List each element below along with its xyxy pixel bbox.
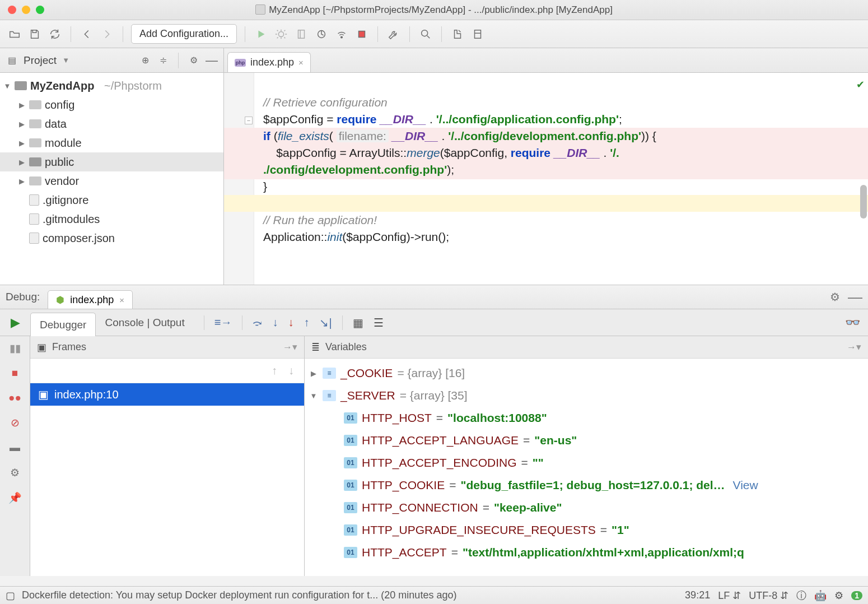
listen-debug-icon[interactable] <box>334 26 349 42</box>
layout-icon[interactable]: ▬ <box>10 442 20 454</box>
frame-row[interactable]: ▣ index.php:10 <box>30 383 304 406</box>
force-step-into-icon[interactable]: ↓ <box>288 316 293 329</box>
editor-tab-index-php[interactable]: php index.php × <box>227 52 311 72</box>
hide-icon[interactable]: — <box>848 289 862 306</box>
debug-toolbar: ▶ Debugger Console | Output ≡→ ⤼ ↓ ↓ ↑ ↘… <box>0 309 868 336</box>
folder-icon <box>29 157 41 166</box>
tree-item-gitmodules[interactable]: .gitmodules <box>0 210 223 229</box>
evaluate-icon[interactable]: ▦ <box>353 316 363 329</box>
pin-icon[interactable]: 📌 <box>8 491 22 504</box>
resume-icon[interactable]: ▶ <box>11 315 20 330</box>
project-view-icon[interactable]: ▤ <box>6 54 18 67</box>
caret-position[interactable]: 39:21 <box>685 589 710 601</box>
dropdown-icon[interactable]: →▾ <box>283 341 297 353</box>
project-tool-header: ▤ Project▼ ⊕ ≑ ⚙ — <box>0 48 224 72</box>
var-cookie[interactable]: ▶≡_COOKIE = {array} [16] <box>305 362 868 384</box>
step-out-icon[interactable]: ↑ <box>304 316 309 329</box>
var-item[interactable]: 01HTTP_ACCEPT_LANGUAGE = "en-us" <box>305 429 868 452</box>
tree-root[interactable]: ▼ MyZendApp ~/Phpstorm <box>0 76 223 95</box>
var-item[interactable]: 01HTTP_HOST = "localhost:10088" <box>305 407 868 429</box>
vcs-update-icon[interactable] <box>450 26 465 42</box>
fold-icon[interactable]: − <box>245 117 253 124</box>
tool-windows-icon[interactable]: ▢ <box>6 589 15 602</box>
view-link[interactable]: View <box>733 478 758 492</box>
debug-session-tab[interactable]: ⬢ index.php × <box>48 290 133 309</box>
window-close-button[interactable] <box>8 6 16 14</box>
debug-left-rail: ▮▮ ■ ●● ⊘ ▬ ⚙ 📌 <box>0 336 30 576</box>
frames-icon: ▣ <box>37 341 46 354</box>
wrench-icon[interactable] <box>386 26 402 42</box>
code-content: // Retrieve configuration $appConfig = r… <box>263 77 862 262</box>
view-breakpoints-icon[interactable]: ●● <box>8 392 21 404</box>
variables-list[interactable]: ▶≡_COOKIE = {array} [16] ▼≡_SERVER = {ar… <box>305 359 868 576</box>
bug-icon: ⬢ <box>56 294 64 306</box>
dropdown-icon[interactable]: →▾ <box>847 341 861 353</box>
vcs-commit-icon[interactable] <box>470 26 486 42</box>
var-item[interactable]: 01HTTP_ACCEPT = "text/html,application/x… <box>305 541 868 564</box>
glasses-icon[interactable]: 👓 <box>845 315 860 330</box>
save-icon[interactable] <box>27 26 43 42</box>
tree-item-public[interactable]: ▶public <box>0 152 223 171</box>
stop-icon[interactable] <box>354 26 370 42</box>
notifications-badge[interactable]: 1 <box>851 591 862 600</box>
collapse-all-icon[interactable]: ≑ <box>157 54 169 67</box>
tree-item-data[interactable]: ▶data <box>0 114 223 133</box>
settings-icon[interactable]: ⚙ <box>10 466 20 479</box>
debug-label: Debug: <box>6 291 40 303</box>
frame-next-icon[interactable]: ↓ <box>288 364 294 377</box>
window-zoom-button[interactable] <box>36 6 44 14</box>
back-icon[interactable] <box>79 26 95 42</box>
var-item[interactable]: 01HTTP_CONNECTION = "keep-alive" <box>305 496 868 519</box>
svg-point-4 <box>422 30 428 36</box>
file-icon <box>29 194 39 206</box>
close-tab-icon[interactable]: × <box>298 58 304 67</box>
code-editor[interactable]: − − ✔ // Retrieve configuration $appConf… <box>224 73 868 285</box>
scroll-from-source-icon[interactable]: ⊕ <box>139 54 151 67</box>
inspect-icon[interactable]: ⓘ <box>796 589 806 602</box>
mute-breakpoints-icon[interactable]: ⊘ <box>11 416 20 429</box>
frame-icon: ▣ <box>38 388 49 401</box>
profile-icon[interactable] <box>314 26 329 42</box>
frame-prev-icon[interactable]: ↑ <box>272 364 277 377</box>
debug-icon[interactable] <box>273 26 289 42</box>
run-to-cursor-icon[interactable]: ↘| <box>319 316 332 329</box>
open-icon[interactable] <box>7 26 22 42</box>
tab-console[interactable]: Console | Output <box>96 309 193 336</box>
line-ending[interactable]: LF ⇵ <box>718 589 741 602</box>
coverage-icon[interactable] <box>293 26 309 42</box>
pause-icon[interactable]: ▮▮ <box>10 342 21 355</box>
hide-icon[interactable]: — <box>206 54 218 67</box>
run-config-button[interactable]: Add Configuration... <box>131 24 237 44</box>
var-item[interactable]: 01HTTP_UPGRADE_INSECURE_REQUESTS = "1" <box>305 519 868 541</box>
tree-item-composer-json[interactable]: composer.json <box>0 229 223 248</box>
tree-item-vendor[interactable]: ▶vendor <box>0 171 223 191</box>
encoding[interactable]: UTF-8 ⇵ <box>749 589 788 602</box>
tab-debugger[interactable]: Debugger <box>30 313 96 336</box>
project-tree[interactable]: ▼ MyZendApp ~/Phpstorm ▶config ▶data ▶mo… <box>0 73 224 285</box>
var-item[interactable]: 01HTTP_ACCEPT_ENCODING = "" <box>305 452 868 474</box>
search-icon[interactable] <box>418 26 433 42</box>
sync-icon[interactable] <box>47 26 63 42</box>
status-message[interactable]: Dockerfile detection: You may setup Dock… <box>22 589 456 601</box>
tree-item-gitignore[interactable]: .gitignore <box>0 191 223 210</box>
step-controls: ≡→ ⤼ ↓ ↓ ↑ ↘| ▦ ☰ <box>204 315 384 330</box>
watches-icon[interactable]: ☰ <box>374 316 384 329</box>
run-icon[interactable] <box>253 26 269 42</box>
show-exec-point-icon[interactable]: ≡→ <box>214 316 232 329</box>
var-item[interactable]: 01HTTP_COOKIE = "debug_fastfile=1; debug… <box>305 474 868 496</box>
step-into-icon[interactable]: ↓ <box>272 316 278 329</box>
file-icon <box>29 233 39 244</box>
stop-icon[interactable]: ■ <box>12 367 18 379</box>
project-label[interactable]: Project <box>24 54 57 67</box>
step-over-icon[interactable]: ⤼ <box>253 316 262 329</box>
tree-item-config[interactable]: ▶config <box>0 95 223 114</box>
memory-icon[interactable]: 🤖 <box>814 589 827 602</box>
settings-icon[interactable]: ⚙ <box>188 54 200 67</box>
settings-icon[interactable]: ⚙ <box>830 290 840 304</box>
forward-icon[interactable] <box>99 26 115 42</box>
window-minimize-button[interactable] <box>22 6 30 14</box>
tree-item-module[interactable]: ▶module <box>0 133 223 152</box>
hector-icon[interactable]: ⚙ <box>834 589 843 602</box>
var-server[interactable]: ▼≡_SERVER = {array} [35] <box>305 384 868 407</box>
close-tab-icon[interactable]: × <box>119 295 124 305</box>
